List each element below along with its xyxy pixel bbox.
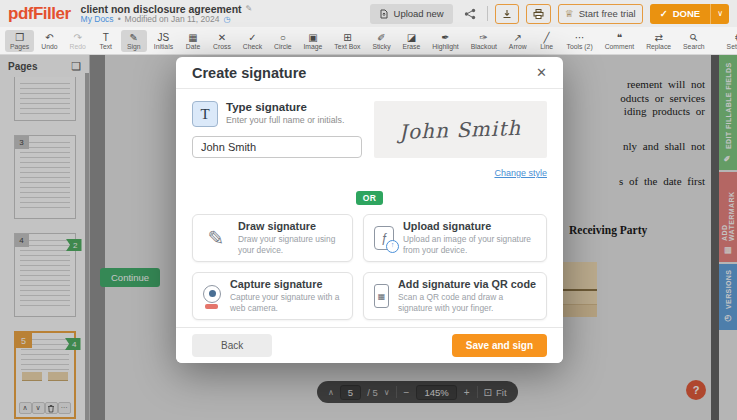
or-badge: OR (356, 191, 384, 205)
save-and-sign-button[interactable]: Save and sign (452, 334, 547, 357)
done-button[interactable]: ✓ DONE ∨ (650, 4, 729, 24)
tb-glyph: ✒ (441, 32, 449, 43)
toolbar-item-sign[interactable]: ✎ Sign (121, 30, 147, 52)
start-free-trial-button[interactable]: ♕ Start free trial (558, 4, 643, 24)
toolbar-item-tools-2[interactable]: ⋯ Tools (2) (562, 30, 598, 52)
tb-glyph: ⊞ (343, 32, 351, 43)
document-title: client non disclosure agreement (81, 3, 242, 15)
breadcrumb-my-docs[interactable]: My Docs (81, 15, 114, 25)
toolbar-item-cross[interactable]: ✕ Cross (208, 30, 236, 52)
toolbar-item-image[interactable]: ▣ Image (298, 30, 327, 52)
top-header: pdfFiller client non disclosure agreemen… (0, 0, 737, 27)
tb-glyph: ❝ (617, 32, 622, 43)
tb-glyph: ▣ (308, 32, 317, 43)
breadcrumb-separator: • (118, 15, 121, 25)
draw-icon (203, 224, 229, 252)
toolbar-item-initials[interactable]: JS Initials (149, 30, 178, 52)
signature-name-input[interactable] (192, 136, 362, 158)
toolbar-item-line[interactable]: ╱ Line (534, 30, 560, 52)
toolbar-item-search[interactable]: ⚲ Search (678, 30, 710, 52)
toolbar-item-pages[interactable]: ❐ Pages (5, 30, 34, 52)
close-icon[interactable]: ✕ (536, 65, 547, 80)
download-icon (502, 9, 512, 19)
signature-option-card-upload-signature[interactable]: Upload signature Upload an image of your… (363, 214, 547, 262)
tb-glyph: ◪ (407, 32, 416, 43)
check-icon: ✓ (660, 8, 668, 19)
tb-glyph: ❐ (15, 32, 24, 43)
tb-glyph: JS (158, 32, 170, 43)
tb-glyph: ✓ (248, 32, 256, 43)
crown-icon: ♕ (565, 8, 574, 19)
signature-preview: John Smith (374, 101, 547, 158)
editor-toolbar: ❐ Pages ↶ Undo ↷ Redo T Text ✎ Sign JS I… (0, 27, 737, 55)
toolbar-item-undo[interactable]: ↶ Undo (36, 30, 62, 52)
toolbar-item-sticky[interactable]: ✐ Sticky (367, 30, 395, 52)
signature-option-card-draw-signature[interactable]: Draw signature Draw your signature using… (192, 214, 353, 262)
toolbar-item-comment[interactable]: ❝ Comment (600, 30, 639, 52)
toolbar-item-arrow[interactable]: ↗ Arrow (504, 30, 532, 52)
document-title-block: client non disclosure agreement ✎ My Doc… (81, 3, 253, 25)
toolbar-item-text[interactable]: T Text (93, 30, 119, 52)
edit-title-icon[interactable]: ✎ (246, 4, 253, 13)
tb-glyph: ⋯ (575, 32, 585, 43)
toolbar-item-date[interactable]: ▦ Date (180, 30, 206, 52)
type-signature-heading: Type signature (226, 101, 344, 113)
toolbar-item-erase[interactable]: ◪ Erase (398, 30, 426, 52)
upload-new-button[interactable]: Upload new (370, 4, 453, 24)
tb-glyph: ○ (280, 32, 286, 43)
header-divider (487, 6, 488, 21)
toolbar-item-text-box[interactable]: ⊞ Text Box (329, 30, 365, 52)
tb-glyph: ✑ (480, 32, 488, 43)
toolbar-item-blackout[interactable]: ✑ Blackout (466, 30, 502, 52)
tb-glyph: ▦ (188, 32, 197, 43)
tb-glyph: ✎ (130, 32, 138, 43)
signature-option-card-capture-signature[interactable]: Capture signature Capture your signature… (192, 272, 353, 320)
toolbar-item-settings[interactable]: ⚙ Settings (722, 30, 737, 52)
tb-glyph: ↶ (45, 32, 53, 43)
print-button[interactable] (526, 4, 551, 24)
tb-glyph: ╱ (544, 32, 550, 43)
toolbar-item-redo[interactable]: ↷ Redo (65, 30, 91, 52)
pdffiller-logo: pdfFiller (8, 0, 71, 27)
change-style-link[interactable]: Change style (494, 168, 547, 178)
upload-icon (374, 226, 394, 250)
tb-glyph: T (103, 32, 109, 43)
share-icon[interactable] (460, 4, 480, 24)
signature-preview-text: John Smith (399, 115, 522, 143)
signature-option-card-add-signature-via-qr-code[interactable]: Add signature via QR code Scan a QR code… (363, 272, 547, 320)
tb-glyph: ↗ (514, 32, 522, 43)
modal-title: Create signature (192, 65, 306, 81)
back-button[interactable]: Back (192, 334, 272, 357)
create-signature-modal: Create signature ✕ T Type signature Ente… (176, 57, 563, 363)
capture-icon (203, 285, 221, 303)
tb-glyph: ✐ (377, 32, 385, 43)
qr-icon (374, 284, 389, 308)
type-signature-subtext: Enter your full name or initials. (226, 115, 344, 125)
toolbar-item-highlight[interactable]: ✒ Highlight (427, 30, 463, 52)
toolbar-item-check[interactable]: ✓ Check (238, 30, 267, 52)
tb-glyph: ✕ (218, 32, 226, 43)
modified-date: Modified on Jan 11, 2024 (125, 15, 220, 25)
toolbar-item-circle[interactable]: ○ Circle (269, 30, 296, 52)
toolbar-item-replace[interactable]: ⇄ Replace (641, 30, 676, 52)
tb-glyph: ↷ (73, 32, 81, 43)
tb-glyph: ⇄ (654, 32, 662, 43)
type-signature-icon: T (192, 101, 218, 127)
download-button[interactable] (495, 4, 519, 24)
upload-doc-icon (379, 9, 389, 19)
clock-icon: ◷ (223, 15, 230, 24)
done-dropdown-caret[interactable]: ∨ (711, 4, 729, 24)
pdffiller-app: pdfFiller client non disclosure agreemen… (0, 0, 737, 420)
print-icon (533, 9, 544, 19)
